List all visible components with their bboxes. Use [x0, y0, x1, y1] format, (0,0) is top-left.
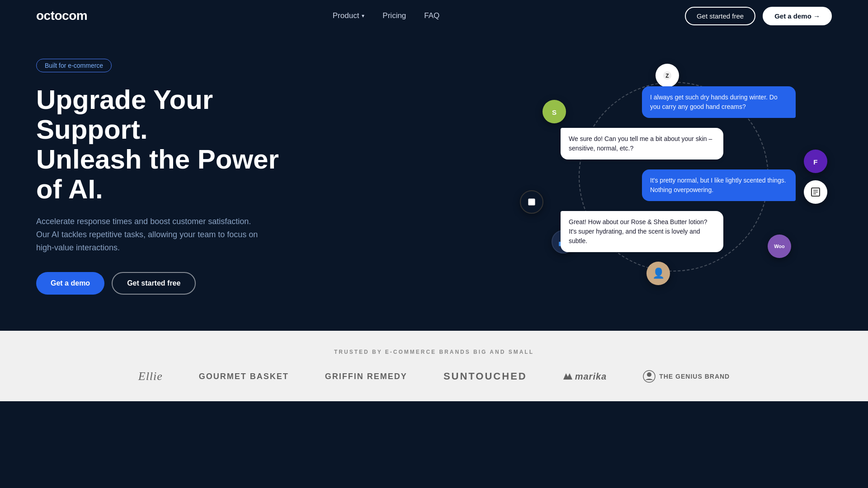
chat-message-1: I always get such dry hands during winte… [552, 86, 796, 123]
brand-genius: THE GENIUS BRAND [643, 370, 730, 383]
zendesk-icon: Z [656, 64, 679, 87]
navbar: octocom Product ▾ Pricing FAQ Get starte… [0, 0, 868, 32]
chat-messages: I always get such dry hands during winte… [552, 86, 796, 262]
brand-gourmet: GOURMET BASKET [199, 372, 289, 381]
hero-description: Accelerate response times and boost cust… [36, 215, 262, 254]
brand-griffin: GRIFFIN REMEDY [325, 372, 407, 381]
svg-text:Z: Z [665, 73, 669, 79]
svg-point-13 [647, 372, 651, 377]
nav-actions: Get started free Get a demo → [685, 7, 832, 25]
bot-bubble-1: We sure do! Can you tell me a bit about … [561, 128, 723, 160]
logo[interactable]: octocom [36, 9, 87, 23]
nav-links: Product ▾ Pricing FAQ [333, 11, 440, 20]
brand-marika: marika [563, 371, 607, 382]
svg-rect-4 [528, 199, 535, 206]
brand-ellie: Ellie [138, 370, 163, 383]
gorgias-icon [520, 190, 543, 214]
chat-message-3: It's pretty normal, but I like lightly s… [552, 169, 796, 206]
brands-row: Ellie GOURMET BASKET GRIFFIN REMEDY SUNT… [36, 370, 832, 383]
user-bubble-1: I always get such dry hands during winte… [642, 86, 796, 118]
get-demo-button[interactable]: Get a demo → [763, 7, 832, 25]
svg-text:F: F [813, 158, 817, 166]
freshdesk-icon: F [804, 150, 827, 173]
hero-get-started-button[interactable]: Get started free [112, 272, 196, 295]
hero-section: Built for e-commerce Upgrade Your Suppor… [0, 32, 868, 331]
chat-message-4: Great! How about our Rose & Shea Butter … [561, 211, 796, 258]
hero-title: Upgrade Your Support.Unleash the Power o… [36, 85, 307, 204]
trusted-label: TRUSTED BY E-COMMERCE BRANDS BIG AND SMA… [36, 349, 832, 355]
hero-actions: Get a demo Get started free [36, 272, 307, 295]
hero-illustration: Z S F [515, 59, 832, 294]
chevron-down-icon: ▾ [362, 13, 364, 19]
nav-product[interactable]: Product ▾ [333, 11, 365, 20]
nav-faq[interactable]: FAQ [424, 11, 439, 20]
get-started-free-button[interactable]: Get started free [685, 7, 755, 25]
hero-get-demo-button[interactable]: Get a demo [36, 272, 104, 295]
hero-badge: Built for e-commerce [36, 59, 112, 72]
bot-bubble-2: Great! How about our Rose & Shea Butter … [561, 211, 723, 252]
avatar-icon: 👤 [646, 262, 670, 285]
square-icon [804, 180, 827, 204]
chat-message-2: We sure do! Can you tell me a bit about … [561, 128, 796, 165]
user-bubble-2: It's pretty normal, but I like lightly s… [642, 169, 796, 201]
nav-pricing[interactable]: Pricing [382, 11, 406, 20]
hero-content: Built for e-commerce Upgrade Your Suppor… [36, 59, 307, 295]
brand-suntouched: SUNTOUCHED [443, 371, 527, 382]
trusted-section: TRUSTED BY E-COMMERCE BRANDS BIG AND SMA… [0, 331, 868, 401]
